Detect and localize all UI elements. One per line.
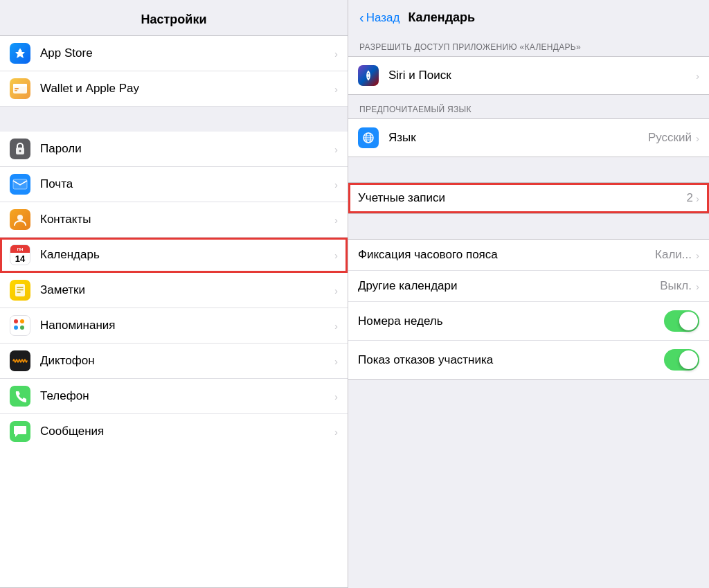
wallet-label: Wallet и Apple Pay [40,82,334,96]
decline-invites-toggle[interactable] [664,349,699,371]
settings-item-reminders[interactable]: Напоминания › [0,308,348,344]
settings-item-mail[interactable]: Почта › [0,167,348,202]
voice-label: Диктофон [40,354,334,368]
accounts-list: Учетные записи 2 › [348,182,709,214]
decline-invites-item[interactable]: Показ отказов участника [348,341,709,379]
svg-rect-1 [13,84,27,87]
mail-label: Почта [40,177,334,191]
chevron-icon: › [334,143,338,155]
svg-point-16 [367,74,370,77]
chevron-icon: › [334,391,338,402]
chevron-icon: › [334,48,338,60]
settings-item-contacts[interactable]: Контакты › [0,202,348,238]
right-panel: ‹ Назад Календарь РАЗРЕШИТЬ ДОСТУП ПРИЛО… [348,0,709,588]
siri-item[interactable]: Siri и Поиск › [348,57,709,94]
settings-item-wallet[interactable]: Wallet и Apple Pay › [0,71,348,107]
settings-item-passwords[interactable]: Пароли › [0,132,348,167]
calendar-label: Календарь [40,248,334,262]
timezone-label: Фиксация часового пояса [358,248,655,262]
svg-rect-6 [13,179,27,189]
chevron-icon: › [696,193,699,204]
other-calendars-label: Другие календари [358,279,660,293]
settings-item-messages[interactable]: Сообщения › [0,414,348,449]
other-calendars-value: Выкл. [660,279,692,293]
chevron-icon: › [334,355,338,367]
svg-point-13 [20,319,24,323]
svg-point-5 [19,150,21,152]
section-header-language: ПРЕДПОЧИТАЕМЫЙ ЯЗЫК [348,95,709,118]
language-label: Язык [388,131,648,145]
week-numbers-item[interactable]: Номера недель [348,302,709,341]
notes-icon [10,280,30,301]
siri-label: Siri и Поиск [388,69,696,82]
messages-icon [10,421,30,442]
divider2 [348,214,709,239]
chevron-icon: › [334,179,338,190]
week-numbers-label: Номера недель [358,314,664,328]
settings-list: App Store › Wallet и Apple Pay › [0,35,348,588]
week-numbers-toggle[interactable] [664,310,699,332]
svg-point-15 [20,326,24,330]
language-value: Русский [648,131,692,145]
chevron-icon: › [334,320,338,332]
passwords-icon [10,139,30,159]
settings-item-notes[interactable]: Заметки › [0,273,348,308]
messages-label: Сообщения [40,425,334,438]
settings-item-phone[interactable]: Телефон › [0,379,348,414]
calendar-icon: ПН 14 [10,244,30,265]
svg-rect-3 [15,90,17,91]
left-panel: Настройки App Store › W [0,0,348,588]
contacts-label: Контакты [40,213,334,226]
svg-point-7 [17,215,23,220]
chevron-icon: › [696,280,699,292]
language-icon [358,127,379,148]
chevron-icon: › [334,426,338,438]
divider [348,157,709,182]
phone-label: Телефон [40,389,334,403]
access-list: Siri и Поиск › [348,56,709,95]
appstore-label: App Store [40,46,334,60]
section-separator [0,107,348,132]
settings-item-voice[interactable]: Диктофон › [0,344,348,379]
decline-invites-label: Показ отказов участника [358,353,664,367]
language-list: Язык Русский › [348,118,709,157]
right-content: РАЗРЕШИТЬ ДОСТУП ПРИЛОЖЕНИЮ «КАЛЕНДАРЬ» … [348,33,709,588]
siri-icon [358,65,379,86]
back-chevron-icon: ‹ [359,10,364,26]
other-settings-list: Фиксация часового пояса Кали... › Другие… [348,239,709,380]
appstore-icon [10,43,30,64]
toggle-thumb2 [679,350,698,369]
wallet-icon [10,78,30,99]
chevron-icon: › [334,249,338,261]
chevron-icon: › [334,285,338,296]
section-header-access: РАЗРЕШИТЬ ДОСТУП ПРИЛОЖЕНИЮ «КАЛЕНДАРЬ» [348,33,709,56]
settings-title: Настройки [0,0,348,35]
right-header: ‹ Назад Календарь [348,0,709,33]
svg-rect-2 [15,88,19,89]
chevron-icon: › [696,249,699,261]
settings-item-appstore[interactable]: App Store › [0,36,348,71]
notes-label: Заметки [40,283,334,297]
accounts-item[interactable]: Учетные записи 2 › [348,183,709,213]
accounts-label: Учетные записи [358,191,687,205]
chevron-icon: › [334,214,338,226]
other-calendars-item[interactable]: Другие календари Выкл. › [348,271,709,302]
chevron-icon: › [334,83,338,95]
phone-icon [10,386,30,407]
back-button[interactable]: ‹ Назад [359,10,400,26]
timezone-value: Кали... [655,248,692,262]
chevron-icon: › [696,132,699,144]
passwords-label: Пароли [40,142,334,156]
toggle-thumb [679,312,698,330]
language-item[interactable]: Язык Русский › [348,119,709,157]
contacts-icon [10,209,30,230]
svg-point-14 [14,326,18,330]
reminders-label: Напоминания [40,319,334,332]
accounts-badge: 2 [687,191,693,205]
settings-item-calendar[interactable]: ПН 14 Календарь › [0,238,348,273]
timezone-item[interactable]: Фиксация часового пояса Кали... › [348,240,709,271]
right-panel-title: Календарь [408,10,475,25]
back-label: Назад [366,11,400,25]
voice-icon [10,350,30,371]
chevron-icon: › [696,70,699,82]
